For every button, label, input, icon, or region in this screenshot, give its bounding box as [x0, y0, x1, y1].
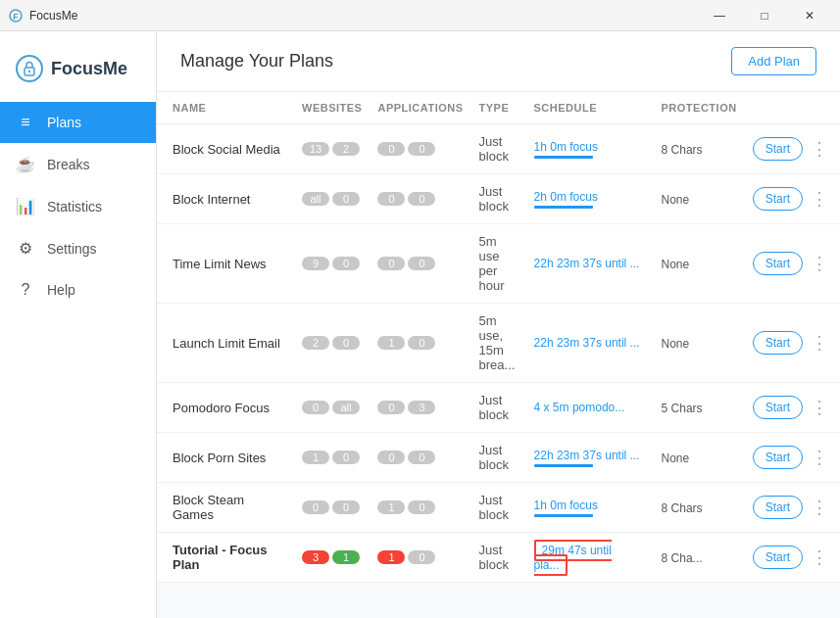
- plan-name: Tutorial - Focus Plan: [173, 543, 268, 572]
- titlebar-title: FocusMe: [29, 9, 697, 23]
- schedule-link[interactable]: 4 x 5m pomodo...: [534, 401, 646, 414]
- start-button[interactable]: Start: [753, 496, 803, 519]
- applications-cell: 00: [370, 224, 470, 304]
- application-badge: 3: [408, 401, 435, 414]
- protection-value: 8 Cha...: [662, 551, 703, 565]
- more-options-button[interactable]: ⋮: [807, 545, 832, 570]
- schedule-bar: [534, 464, 593, 467]
- svg-text:F: F: [13, 12, 19, 22]
- plans-table: NAME WEBSITES APPLICATIONS TYPE SCHEDULE…: [157, 92, 840, 583]
- logo-text: FocusMe: [51, 59, 127, 79]
- websites-cell: 132: [294, 124, 370, 174]
- applications-cell: 00: [370, 174, 470, 224]
- col-type: TYPE: [471, 92, 526, 124]
- more-options-button[interactable]: ⋮: [807, 251, 832, 276]
- protection-value: 8 Chars: [662, 143, 703, 157]
- schedule-link[interactable]: 22h 23m 37s until ...: [534, 449, 646, 462]
- websites-cell: 00: [294, 483, 370, 533]
- website-badge: 0: [332, 451, 360, 464]
- sidebar-item-label-plans: Plans: [47, 115, 81, 130]
- more-options-button[interactable]: ⋮: [807, 495, 832, 520]
- schedule-cell: 29m 47s until pla...: [526, 533, 654, 583]
- plan-type: 5m use, 15m brea...: [479, 313, 516, 372]
- protection-value: None: [662, 258, 690, 271]
- actions-group: Start ⋮: [753, 495, 832, 520]
- lock-icon: [20, 59, 39, 78]
- app-icon: F: [8, 8, 24, 24]
- settings-icon: ⚙: [16, 239, 35, 258]
- app-container: FocusMe ≡ Plans ☕ Breaks 📊 Statistics ⚙ …: [0, 31, 840, 618]
- schedule-link[interactable]: 1h 0m focus: [534, 499, 646, 512]
- plan-name: Block Porn Sites: [173, 451, 266, 465]
- application-badge: 0: [408, 336, 435, 350]
- protection-value: 8 Chars: [662, 501, 703, 515]
- more-options-button[interactable]: ⋮: [807, 395, 832, 420]
- more-options-button[interactable]: ⋮: [807, 136, 832, 162]
- sidebar-item-help[interactable]: ? Help: [0, 269, 156, 310]
- actions-group: Start ⋮: [753, 136, 832, 162]
- more-options-button[interactable]: ⋮: [807, 186, 832, 212]
- schedule-link[interactable]: 1h 0m focus: [534, 140, 646, 154]
- application-badge: 0: [408, 451, 435, 464]
- col-actions: [745, 92, 840, 124]
- websites-cell: 90: [294, 224, 370, 304]
- breaks-icon: ☕: [16, 155, 35, 173]
- actions-cell: Start ⋮: [745, 304, 840, 383]
- applications-cell: 10: [370, 533, 470, 583]
- website-badge: all: [302, 192, 329, 206]
- table-row: Block Porn Sites1000Just block22h 23m 37…: [157, 433, 840, 483]
- plan-type: Just block: [479, 493, 509, 522]
- sidebar-item-settings[interactable]: ⚙ Settings: [0, 227, 156, 269]
- table-row: Block Steam Games0010Just block1h 0m foc…: [157, 483, 840, 533]
- close-button[interactable]: ✕: [787, 0, 832, 31]
- schedule-bar: [534, 514, 593, 517]
- start-button[interactable]: Start: [753, 252, 803, 275]
- website-badge: 0: [332, 500, 360, 514]
- minimize-button[interactable]: —: [697, 0, 742, 31]
- start-button[interactable]: Start: [753, 331, 803, 355]
- logo-icon: [16, 55, 43, 82]
- actions-group: Start ⋮: [753, 330, 832, 356]
- website-badge: 2: [332, 142, 360, 156]
- applications-cell: 00: [370, 124, 470, 174]
- protection-value: None: [662, 452, 690, 465]
- website-badge: 0: [302, 401, 329, 414]
- start-button[interactable]: Start: [753, 137, 803, 161]
- applications-cell: 03: [370, 383, 470, 433]
- website-badge: 13: [302, 142, 329, 156]
- application-badge: 0: [408, 500, 435, 514]
- start-button[interactable]: Start: [753, 546, 803, 569]
- more-options-button[interactable]: ⋮: [807, 445, 832, 470]
- schedule-link[interactable]: 2h 0m focus: [534, 190, 646, 204]
- schedule-bar: [534, 156, 593, 159]
- schedule-link[interactable]: 22h 23m 37s until ...: [534, 257, 646, 270]
- start-button[interactable]: Start: [753, 187, 803, 211]
- schedule-cell: 22h 23m 37s until ...: [526, 304, 654, 383]
- plan-name: Block Internet: [173, 192, 251, 207]
- plan-type: Just block: [479, 184, 509, 214]
- sidebar-item-statistics[interactable]: 📊 Statistics: [0, 185, 156, 227]
- plan-name: Launch Limit Email: [173, 336, 280, 351]
- page-title: Manage Your Plans: [180, 51, 333, 71]
- sidebar-item-plans[interactable]: ≡ Plans: [0, 102, 156, 143]
- add-plan-button[interactable]: Add Plan: [731, 47, 816, 75]
- start-button[interactable]: Start: [753, 396, 803, 419]
- more-options-button[interactable]: ⋮: [807, 330, 832, 356]
- schedule-cell: 1h 0m focus: [526, 124, 654, 174]
- website-badge: 0: [302, 500, 329, 514]
- titlebar: F FocusMe — □ ✕: [0, 0, 840, 31]
- schedule-cell: 22h 23m 37s until ...: [526, 224, 654, 304]
- main-content: Manage Your Plans Add Plan NAME WEBSITES…: [157, 31, 840, 618]
- start-button[interactable]: Start: [753, 446, 803, 469]
- plan-name: Block Steam Games: [173, 493, 244, 522]
- application-badge: 1: [377, 336, 405, 350]
- schedule-box[interactable]: 29m 47s until pla...: [534, 540, 612, 576]
- sidebar-item-label-statistics: Statistics: [47, 199, 102, 214]
- sidebar-item-breaks[interactable]: ☕ Breaks: [0, 143, 156, 185]
- actions-group: Start ⋮: [753, 545, 832, 570]
- plan-type: Just block: [479, 443, 509, 472]
- maximize-button[interactable]: □: [742, 0, 787, 31]
- application-badge: 0: [408, 257, 435, 270]
- svg-point-3: [28, 71, 30, 72]
- schedule-link[interactable]: 22h 23m 37s until ...: [534, 336, 646, 350]
